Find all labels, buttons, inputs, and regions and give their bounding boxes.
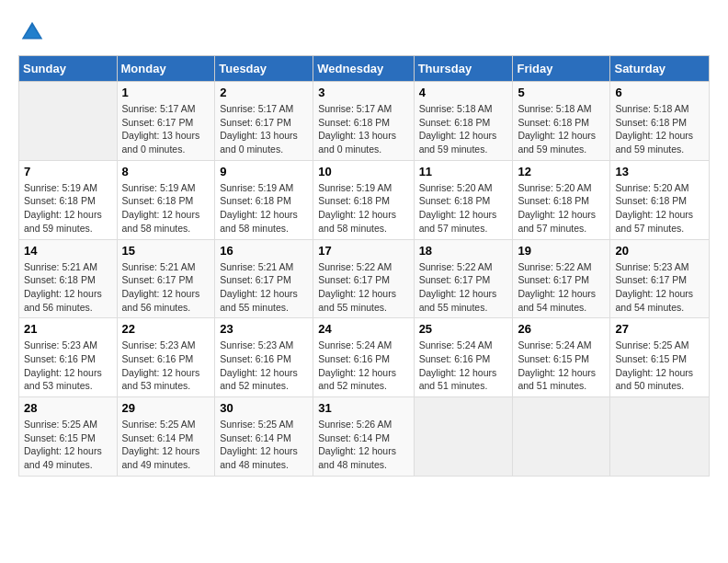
day-info: Sunrise: 5:23 AMSunset: 6:16 PMDaylight:… bbox=[220, 339, 308, 393]
day-info: Sunrise: 5:25 AMSunset: 6:15 PMDaylight:… bbox=[24, 418, 112, 472]
calendar-cell: 9Sunrise: 5:19 AMSunset: 6:18 PMDaylight… bbox=[215, 160, 313, 239]
day-number: 4 bbox=[419, 86, 508, 99]
day-number: 24 bbox=[318, 322, 408, 336]
calendar-cell: 11Sunrise: 5:20 AMSunset: 6:18 PMDayligh… bbox=[414, 160, 513, 239]
day-number: 12 bbox=[518, 165, 605, 178]
day-of-week-header: Thursday bbox=[414, 56, 513, 82]
day-number: 29 bbox=[122, 401, 210, 415]
day-info: Sunrise: 5:19 AMSunset: 6:18 PMDaylight:… bbox=[220, 181, 308, 236]
day-number: 5 bbox=[518, 86, 605, 99]
day-number: 17 bbox=[318, 244, 408, 258]
day-number: 13 bbox=[615, 165, 704, 178]
day-number: 3 bbox=[318, 86, 408, 99]
day-info: Sunrise: 5:23 AMSunset: 6:16 PMDaylight:… bbox=[122, 339, 210, 393]
day-number: 14 bbox=[24, 244, 112, 258]
day-of-week-header: Wednesday bbox=[313, 56, 414, 82]
day-number: 7 bbox=[24, 165, 112, 178]
day-number: 15 bbox=[122, 244, 210, 258]
logo bbox=[18, 18, 50, 46]
calendar-cell: 3Sunrise: 5:17 AMSunset: 6:18 PMDaylight… bbox=[313, 82, 414, 161]
day-number: 16 bbox=[220, 244, 308, 258]
day-number: 11 bbox=[419, 165, 508, 178]
calendar-cell: 8Sunrise: 5:19 AMSunset: 6:18 PMDaylight… bbox=[117, 160, 215, 239]
day-number: 6 bbox=[615, 86, 704, 99]
day-number: 30 bbox=[220, 401, 308, 415]
day-info: Sunrise: 5:26 AMSunset: 6:14 PMDaylight:… bbox=[318, 418, 408, 472]
day-info: Sunrise: 5:21 AMSunset: 6:18 PMDaylight:… bbox=[24, 260, 112, 315]
day-info: Sunrise: 5:17 AMSunset: 6:17 PMDaylight:… bbox=[122, 102, 210, 156]
day-info: Sunrise: 5:19 AMSunset: 6:18 PMDaylight:… bbox=[318, 181, 408, 236]
calendar-cell bbox=[610, 397, 710, 477]
calendar-cell: 15Sunrise: 5:21 AMSunset: 6:17 PMDayligh… bbox=[117, 239, 215, 318]
day-info: Sunrise: 5:24 AMSunset: 6:15 PMDaylight:… bbox=[518, 339, 605, 393]
calendar-cell: 19Sunrise: 5:22 AMSunset: 6:17 PMDayligh… bbox=[513, 239, 610, 318]
day-number: 25 bbox=[419, 322, 508, 336]
day-of-week-header: Tuesday bbox=[215, 56, 313, 82]
day-number: 19 bbox=[518, 244, 605, 258]
day-number: 10 bbox=[318, 165, 408, 178]
calendar-cell: 4Sunrise: 5:18 AMSunset: 6:18 PMDaylight… bbox=[414, 82, 513, 161]
calendar-cell: 23Sunrise: 5:23 AMSunset: 6:16 PMDayligh… bbox=[215, 318, 313, 397]
calendar-cell: 14Sunrise: 5:21 AMSunset: 6:18 PMDayligh… bbox=[19, 239, 118, 318]
calendar-cell: 26Sunrise: 5:24 AMSunset: 6:15 PMDayligh… bbox=[513, 318, 610, 397]
day-info: Sunrise: 5:22 AMSunset: 6:17 PMDaylight:… bbox=[419, 260, 508, 315]
day-info: Sunrise: 5:18 AMSunset: 6:18 PMDaylight:… bbox=[518, 102, 605, 156]
calendar-cell: 16Sunrise: 5:21 AMSunset: 6:17 PMDayligh… bbox=[215, 239, 313, 318]
calendar-cell bbox=[19, 82, 118, 161]
day-of-week-header: Saturday bbox=[610, 56, 710, 82]
calendar-cell: 29Sunrise: 5:25 AMSunset: 6:14 PMDayligh… bbox=[117, 397, 215, 477]
day-info: Sunrise: 5:17 AMSunset: 6:18 PMDaylight:… bbox=[318, 102, 408, 156]
calendar-week-row: 1Sunrise: 5:17 AMSunset: 6:17 PMDaylight… bbox=[19, 82, 710, 161]
logo-icon bbox=[18, 18, 46, 46]
day-info: Sunrise: 5:25 AMSunset: 6:15 PMDaylight:… bbox=[615, 339, 704, 393]
day-info: Sunrise: 5:24 AMSunset: 6:16 PMDaylight:… bbox=[318, 339, 408, 393]
day-number: 22 bbox=[122, 322, 210, 336]
calendar-cell: 10Sunrise: 5:19 AMSunset: 6:18 PMDayligh… bbox=[313, 160, 414, 239]
calendar-cell: 18Sunrise: 5:22 AMSunset: 6:17 PMDayligh… bbox=[414, 239, 513, 318]
calendar-cell: 5Sunrise: 5:18 AMSunset: 6:18 PMDaylight… bbox=[513, 82, 610, 161]
day-number: 23 bbox=[220, 322, 308, 336]
day-number: 8 bbox=[122, 165, 210, 178]
day-of-week-header: Friday bbox=[513, 56, 610, 82]
calendar-week-row: 14Sunrise: 5:21 AMSunset: 6:18 PMDayligh… bbox=[19, 239, 710, 318]
calendar-cell: 21Sunrise: 5:23 AMSunset: 6:16 PMDayligh… bbox=[19, 318, 118, 397]
day-number: 2 bbox=[220, 86, 308, 99]
day-number: 20 bbox=[615, 244, 704, 258]
day-info: Sunrise: 5:19 AMSunset: 6:18 PMDaylight:… bbox=[24, 181, 112, 236]
calendar-cell: 25Sunrise: 5:24 AMSunset: 6:16 PMDayligh… bbox=[414, 318, 513, 397]
calendar-table: SundayMondayTuesdayWednesdayThursdayFrid… bbox=[18, 55, 710, 477]
day-of-week-header: Sunday bbox=[19, 56, 118, 82]
calendar-week-row: 7Sunrise: 5:19 AMSunset: 6:18 PMDaylight… bbox=[19, 160, 710, 239]
day-info: Sunrise: 5:22 AMSunset: 6:17 PMDaylight:… bbox=[518, 260, 605, 315]
calendar-cell: 31Sunrise: 5:26 AMSunset: 6:14 PMDayligh… bbox=[313, 397, 414, 477]
calendar-cell: 28Sunrise: 5:25 AMSunset: 6:15 PMDayligh… bbox=[19, 397, 118, 477]
calendar-header-row: SundayMondayTuesdayWednesdayThursdayFrid… bbox=[19, 56, 710, 82]
day-info: Sunrise: 5:21 AMSunset: 6:17 PMDaylight:… bbox=[122, 260, 210, 315]
calendar-cell: 12Sunrise: 5:20 AMSunset: 6:18 PMDayligh… bbox=[513, 160, 610, 239]
day-number: 27 bbox=[615, 322, 704, 336]
calendar-cell: 20Sunrise: 5:23 AMSunset: 6:17 PMDayligh… bbox=[610, 239, 710, 318]
day-number: 9 bbox=[220, 165, 308, 178]
day-info: Sunrise: 5:25 AMSunset: 6:14 PMDaylight:… bbox=[122, 418, 210, 472]
day-info: Sunrise: 5:22 AMSunset: 6:17 PMDaylight:… bbox=[318, 260, 408, 315]
calendar-cell: 17Sunrise: 5:22 AMSunset: 6:17 PMDayligh… bbox=[313, 239, 414, 318]
day-number: 18 bbox=[419, 244, 508, 258]
day-info: Sunrise: 5:20 AMSunset: 6:18 PMDaylight:… bbox=[518, 181, 605, 236]
calendar-cell: 30Sunrise: 5:25 AMSunset: 6:14 PMDayligh… bbox=[215, 397, 313, 477]
day-info: Sunrise: 5:18 AMSunset: 6:18 PMDaylight:… bbox=[615, 102, 704, 156]
calendar-week-row: 21Sunrise: 5:23 AMSunset: 6:16 PMDayligh… bbox=[19, 318, 710, 397]
day-of-week-header: Monday bbox=[117, 56, 215, 82]
day-number: 21 bbox=[24, 322, 112, 336]
calendar-cell bbox=[414, 397, 513, 477]
day-info: Sunrise: 5:21 AMSunset: 6:17 PMDaylight:… bbox=[220, 260, 308, 315]
day-number: 31 bbox=[318, 401, 408, 415]
calendar-cell: 7Sunrise: 5:19 AMSunset: 6:18 PMDaylight… bbox=[19, 160, 118, 239]
day-info: Sunrise: 5:17 AMSunset: 6:17 PMDaylight:… bbox=[220, 102, 308, 156]
day-info: Sunrise: 5:23 AMSunset: 6:17 PMDaylight:… bbox=[615, 260, 704, 315]
day-info: Sunrise: 5:18 AMSunset: 6:18 PMDaylight:… bbox=[419, 102, 508, 156]
day-info: Sunrise: 5:20 AMSunset: 6:18 PMDaylight:… bbox=[419, 181, 508, 236]
day-info: Sunrise: 5:24 AMSunset: 6:16 PMDaylight:… bbox=[419, 339, 508, 393]
day-number: 1 bbox=[122, 86, 210, 99]
calendar-cell: 1Sunrise: 5:17 AMSunset: 6:17 PMDaylight… bbox=[117, 82, 215, 161]
calendar-cell: 13Sunrise: 5:20 AMSunset: 6:18 PMDayligh… bbox=[610, 160, 710, 239]
